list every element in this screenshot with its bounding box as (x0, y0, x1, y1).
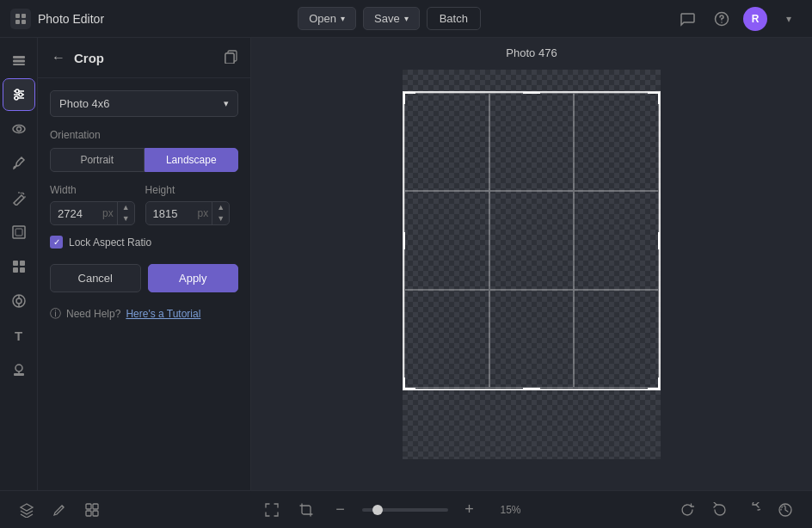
sidebar-item-text[interactable]: T (3, 320, 34, 351)
crop-handle-mid-right[interactable] (653, 232, 660, 249)
height-label: Height (145, 184, 231, 196)
svg-point-14 (15, 96, 18, 100)
edit-tool-button[interactable] (46, 497, 72, 523)
history-button[interactable] (772, 497, 798, 523)
sidebar-item-apps[interactable] (3, 251, 34, 282)
topbar-center: Open ▾ Save ▾ Batch (114, 7, 664, 30)
copy-button[interactable] (225, 50, 238, 66)
svg-point-16 (16, 127, 21, 132)
crop-overlay[interactable] (403, 91, 661, 390)
help-text: Need Help? (66, 308, 120, 320)
photo-container (403, 70, 661, 459)
width-input[interactable] (51, 203, 102, 224)
sidebar-item-magic[interactable] (3, 182, 34, 213)
dimensions-row: Width px ▲ ▼ Height px (50, 184, 238, 225)
save-button[interactable]: Save ▾ (363, 7, 420, 30)
sidebar-item-adjustments[interactable] (3, 79, 34, 110)
svg-rect-7 (13, 60, 25, 63)
crop-cell (404, 93, 489, 192)
layers-tool-button[interactable] (14, 497, 40, 523)
cancel-button[interactable]: Cancel (50, 264, 141, 292)
svg-rect-57 (86, 504, 91, 509)
bottom-bar: − + 15% (0, 490, 812, 528)
topbar: Photo Editor Open ▾ Save ▾ Batch R ▾ (0, 0, 812, 38)
sidebar-body: Photo 4x6 ▾ Orientation Portrait Landsca… (38, 78, 250, 490)
avatar-chevron-icon[interactable]: ▾ (776, 6, 802, 32)
crop-handle-bottom-left[interactable] (403, 378, 415, 390)
panel-title: Crop (74, 51, 104, 65)
fit-view-button[interactable] (259, 497, 285, 523)
undo-button[interactable] (707, 497, 733, 523)
tutorial-link[interactable]: Here's a Tutorial (126, 308, 200, 320)
sidebar-item-stamp[interactable] (3, 354, 34, 385)
svg-rect-0 (15, 14, 20, 18)
help-row: ⓘ Need Help? Here's a Tutorial (50, 306, 238, 322)
svg-rect-17 (13, 226, 25, 238)
batch-button[interactable]: Batch (427, 7, 481, 30)
preset-chevron-icon: ▾ (224, 98, 229, 109)
app-title: Photo Editor (38, 12, 104, 26)
orientation-buttons: Portrait Landscape (50, 148, 238, 172)
info-icon: ⓘ (50, 306, 61, 322)
sidebar-item-filter[interactable] (3, 285, 34, 316)
width-unit: px (102, 207, 117, 219)
crop-tool-button[interactable] (293, 497, 319, 523)
sidebar-item-view[interactable] (3, 114, 34, 144)
crop-handle-top-left[interactable] (403, 92, 415, 104)
zoom-slider[interactable] (362, 508, 448, 512)
back-button[interactable]: ← (50, 48, 67, 67)
main-area: T ← Crop (0, 38, 812, 490)
portrait-button[interactable]: Portrait (50, 148, 145, 172)
crop-cell (574, 93, 659, 192)
user-avatar[interactable]: R (743, 7, 767, 31)
crop-handle-bottom-right[interactable] (648, 378, 660, 390)
height-input[interactable] (146, 203, 198, 224)
crop-handle-top-right[interactable] (648, 92, 660, 104)
height-unit: px (198, 207, 212, 219)
checkbox-icon: ✓ (50, 236, 63, 249)
landscape-button[interactable]: Landscape (145, 148, 239, 172)
svg-rect-20 (20, 261, 25, 266)
crop-cell (574, 290, 659, 389)
sidebar-item-brush[interactable] (3, 148, 34, 179)
apply-button[interactable]: Apply (148, 264, 239, 292)
redo-button[interactable] (740, 497, 766, 523)
lock-aspect-ratio-checkbox[interactable]: ✓ Lock Aspect Ratio (50, 236, 238, 249)
crop-cell (574, 191, 659, 290)
preset-dropdown[interactable]: Photo 4x6 ▾ (50, 90, 238, 117)
grid-tool-button[interactable] (79, 497, 105, 523)
refresh-button[interactable] (674, 497, 700, 523)
crop-cell (489, 93, 575, 192)
bottom-left-tools (14, 497, 105, 523)
crop-grid (404, 93, 659, 389)
action-buttons: Cancel Apply (50, 264, 238, 292)
crop-handle-top-mid[interactable] (523, 92, 540, 99)
width-increment-button[interactable]: ▲ (118, 202, 134, 213)
zoom-out-button[interactable]: − (328, 497, 354, 523)
width-group: Width px ▲ ▼ (50, 184, 135, 225)
topbar-right: R ▾ (674, 6, 802, 32)
crop-cell (489, 191, 575, 290)
svg-point-12 (19, 93, 22, 96)
crop-cell (404, 191, 489, 290)
bottom-center-zoom: − + 15% (259, 497, 521, 523)
svg-rect-60 (93, 511, 98, 516)
width-decrement-button[interactable]: ▼ (118, 213, 134, 224)
sidebar-item-layers[interactable] (3, 45, 34, 76)
zoom-in-button[interactable]: + (457, 497, 483, 523)
svg-point-5 (721, 21, 723, 23)
svg-point-10 (15, 89, 19, 93)
crop-handle-mid-left[interactable] (403, 232, 410, 249)
sidebar-item-frame[interactable] (3, 217, 34, 248)
height-increment-button[interactable]: ▲ (212, 202, 229, 213)
help-button[interactable] (709, 6, 735, 32)
height-decrement-button[interactable]: ▼ (212, 213, 229, 224)
orientation-label: Orientation (50, 129, 238, 141)
message-button[interactable] (674, 6, 700, 32)
open-button[interactable]: Open ▾ (298, 7, 356, 30)
crop-cell (489, 290, 575, 389)
width-label: Width (50, 184, 135, 196)
svg-rect-28 (14, 373, 24, 376)
crop-handle-bottom-mid[interactable] (523, 383, 540, 390)
bottom-right-actions (674, 497, 798, 523)
